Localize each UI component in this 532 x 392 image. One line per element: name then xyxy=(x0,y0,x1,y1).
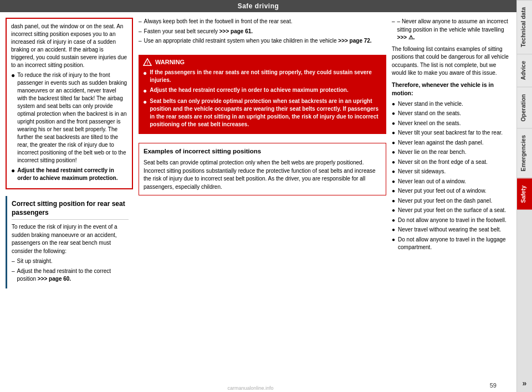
right-intro-text: – Never allow anyone to assume an incorr… xyxy=(397,18,511,42)
right-bullet-dot: ● xyxy=(392,168,395,176)
right-bullet-text: Never put your feet on the dash panel. xyxy=(398,197,492,205)
correct-dash2-text: Adjust the head restraint to the correct… xyxy=(17,267,129,283)
mid-dash3-text: Use an appropriate child restraint syste… xyxy=(144,37,372,45)
col-mid: – Always keep both feet in the footwell … xyxy=(139,18,386,386)
mid-dash1: – Always keep both feet in the footwell … xyxy=(139,18,386,26)
right-bullet-text: Never kneel on the seats. xyxy=(398,120,461,128)
right-bullet-item: ●Never stand in the vehicle. xyxy=(392,100,511,109)
right-bullet-text: Never travel without wearing the seat be… xyxy=(398,226,501,234)
right-dash-sym: – xyxy=(392,18,395,42)
correct-dash2: – Adjust the head restraint to the corre… xyxy=(12,267,129,283)
correct-dash2-ref: >>> page 60. xyxy=(38,276,71,282)
right-bullet-item: ●Never sit on the front edge of a seat. xyxy=(392,158,511,167)
right-bullet-text: Never lie on the rear bench. xyxy=(398,148,466,157)
right-bullet-item: ●Never lean against the dash panel. xyxy=(392,139,511,147)
right-bullet-text: Never put your feet on the surface of a … xyxy=(398,207,506,215)
right-bullet-text: Do not allow anyone to travel in the foo… xyxy=(398,216,507,225)
right-bullet-dot: ● xyxy=(392,120,395,128)
right-bullet-text: Never sit on the front edge of a seat. xyxy=(398,158,488,167)
correct-sitting-box: Correct sitting position for rear seat p… xyxy=(6,196,133,288)
right-bullet-item: ●Never kneel on the seats. xyxy=(392,120,511,128)
correct-dash1-text: Sit up straight. xyxy=(17,257,53,266)
right-bullet-dot: ● xyxy=(392,178,395,186)
right-bullet-item: ●Never tilt your seat backrest far to th… xyxy=(392,129,511,137)
right-bullet-text: Never stand in the vehicle. xyxy=(398,100,463,109)
right-bullet-item: ●Never put your feet out of a window. xyxy=(392,187,511,195)
warning-label: WARNING xyxy=(155,59,185,65)
mid-dash2-text: Fasten your seat belt securely >>> page … xyxy=(144,28,253,36)
right-intro-ref: >>> ⚠. xyxy=(397,34,415,40)
right-bullet-dot: ● xyxy=(392,158,395,167)
warning-item1-text: If the passengers in the rear seats are … xyxy=(150,69,382,84)
right-bullet-dot: ● xyxy=(392,216,395,225)
correct-dash1: – Sit up straight. xyxy=(12,257,129,266)
mid-dash2-ref: >>> page 61. xyxy=(219,28,253,34)
header-title: Safe driving xyxy=(238,2,279,10)
right-text: – – Never allow anyone to assume an inco… xyxy=(392,18,511,252)
sidebar: Technical data Advice Operation Emergenc… xyxy=(516,0,532,392)
correct-intro-text: To reduce the risk of injury in the even… xyxy=(12,223,129,255)
mid-dash-sym2: – xyxy=(139,28,142,36)
warning-item2-text: Adjust the head restraint correctly in o… xyxy=(150,86,348,96)
examples-box: Examples of incorrect sitting positions … xyxy=(139,143,386,195)
right-bullet-item: ●Never lie on the rear bench. xyxy=(392,148,511,157)
mid-dash-list: – Always keep both feet in the footwell … xyxy=(139,18,386,47)
warning-block: ! WARNING ● If the passengers in the rea… xyxy=(139,55,386,135)
right-bullet-item: ●Do not allow anyone to travel in the fo… xyxy=(392,216,511,225)
right-bullet-dot: ● xyxy=(392,100,395,109)
mid-dash2: – Fasten your seat belt securely >>> pag… xyxy=(139,28,386,36)
bullet-dot1: ● xyxy=(11,71,15,164)
svg-text:!: ! xyxy=(147,60,149,65)
right-bullet-item: ●Never lean out of a window. xyxy=(392,178,511,186)
sidebar-tab-technical[interactable]: Technical data xyxy=(517,0,532,54)
mid-dash3: – Use an appropriate child restraint sys… xyxy=(139,37,386,45)
sidebar-tab-safety[interactable]: Safety xyxy=(517,178,532,210)
sidebar-tab-advice[interactable]: Advice xyxy=(517,54,532,86)
content-area: dash panel, out the window or on the sea… xyxy=(0,12,516,392)
right-bullet-dot: ● xyxy=(392,148,395,157)
col-right: – – Never allow anyone to assume an inco… xyxy=(392,18,511,386)
right-bold-title: Therefore, whenever the vehicle is in mo… xyxy=(392,81,511,97)
right-bullet-dot: ● xyxy=(392,110,395,118)
right-bullet-item: ●Never stand on the seats. xyxy=(392,110,511,118)
header-bar: Safe driving xyxy=(0,0,516,12)
warn-bullet2: ● xyxy=(143,86,147,96)
examples-title: Examples of incorrect sitting positions xyxy=(144,147,381,156)
right-bullet-item: ●Never sit sideways. xyxy=(392,168,511,176)
watermark: carmanualonline.info xyxy=(0,384,501,392)
mid-dash-sym3: – xyxy=(139,37,142,45)
right-bullet-dot: ● xyxy=(392,139,395,147)
red-box-bullet1-text: To reduce the risk of injury to the fron… xyxy=(17,71,127,164)
sidebar-arrow: » xyxy=(520,374,530,392)
right-bullet-text: Never lean against the dash panel. xyxy=(398,139,484,147)
mid-dash1-text: Always keep both feet in the footwell in… xyxy=(144,18,293,26)
sidebar-tab-operation[interactable]: Operation xyxy=(517,87,532,128)
right-bullet-dot: ● xyxy=(392,226,395,234)
examples-body: Seat belts can provide optimal protectio… xyxy=(144,159,381,191)
dash-symbol2: – xyxy=(12,267,15,283)
red-box-bullet2-text: Adjust the head restraint correctly in o… xyxy=(17,167,127,182)
right-bullet-text: Do not allow anyone to travel in the lug… xyxy=(398,236,511,252)
mid-dash3-ref: >>> page 72. xyxy=(338,38,371,44)
right-bullet-text: Never tilt your seat backrest far to the… xyxy=(398,129,503,137)
bullet-dot2: ● xyxy=(11,167,15,182)
right-bullet-item: ●Do not allow anyone to travel in the lu… xyxy=(392,236,511,252)
mid-dash-sym1: – xyxy=(139,18,142,26)
warning-item3: ● Seat belts can only provide optimal pr… xyxy=(143,97,382,128)
red-box-intro: dash panel, out the window or on the sea… xyxy=(11,23,127,69)
warning-item3-text: Seat belts can only provide optimal prot… xyxy=(150,97,382,128)
warning-item1: ● If the passengers in the rear seats ar… xyxy=(143,69,382,84)
warn-bullet3: ● xyxy=(143,97,147,128)
right-intro-dash: – – Never allow anyone to assume an inco… xyxy=(392,18,511,42)
sidebar-tab-emergencies[interactable]: Emergencies xyxy=(517,128,532,178)
correct-sitting-intro: To reduce the risk of injury in the even… xyxy=(12,223,129,283)
right-bullet-text: Never put your feet out of a window. xyxy=(398,187,487,195)
right-para: The following list contains examples of … xyxy=(392,45,511,78)
right-bullet-dot: ● xyxy=(392,207,395,215)
right-bullet-item: ●Never put your feet on the dash panel. xyxy=(392,197,511,205)
warn-bullet1: ● xyxy=(143,69,147,84)
right-bullet-dot: ● xyxy=(392,197,395,205)
red-box-bullet1: ● To reduce the risk of injury to the fr… xyxy=(11,71,127,164)
dash-symbol1: – xyxy=(12,257,15,266)
right-bullet-dot: ● xyxy=(392,187,395,195)
